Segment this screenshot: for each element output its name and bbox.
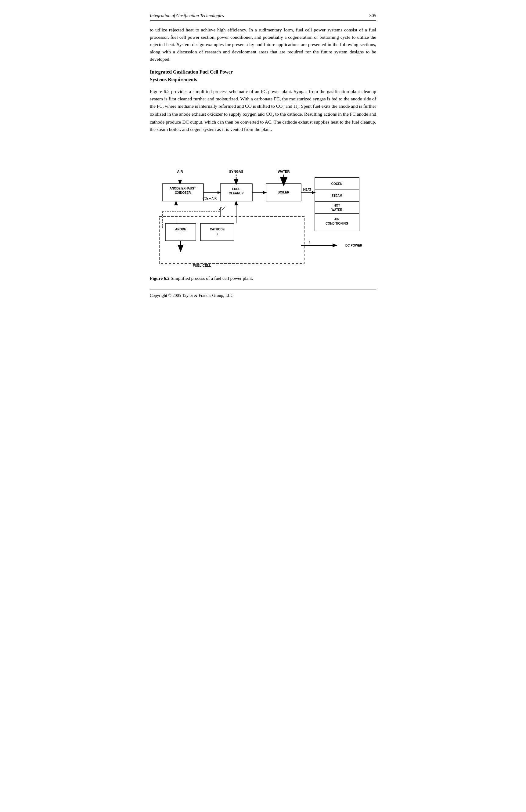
cathode-plus: + bbox=[216, 232, 218, 236]
steam-label: STEAM bbox=[332, 194, 342, 198]
footer: Copyright © 2005 Taylor & Francis Group,… bbox=[150, 290, 376, 299]
paragraph-2: Figure 6.2 provides a simplified process… bbox=[150, 88, 376, 133]
diagram-svg: AIR SYNGAS WATER ANODE EXHAUST OXIDOZER … bbox=[153, 142, 373, 270]
co2-label: CO₂ + AIR bbox=[203, 197, 217, 200]
zigzag-symbol: ⌇ bbox=[309, 240, 311, 245]
anode-label: ANODE bbox=[175, 228, 186, 231]
anode-exhaust-label2: OXIDOZER bbox=[175, 191, 191, 194]
air-conditioning-label2: CONDITIONING bbox=[325, 222, 348, 225]
header-title: Integration of Gasification Technologies bbox=[150, 12, 224, 19]
hot-water-label: HOT bbox=[334, 204, 340, 207]
hot-water-label2: WATER bbox=[331, 208, 342, 212]
syngas-label: SYNGAS bbox=[229, 170, 243, 173]
anode-minus: − bbox=[179, 232, 182, 236]
air-label: AIR bbox=[177, 170, 183, 173]
section-heading: Integrated Gasification Fuel Cell Power … bbox=[150, 68, 376, 84]
air-conditioning-label: AIR bbox=[334, 218, 340, 221]
boiler-label: BOILER bbox=[278, 191, 290, 194]
figure-caption: Figure 6.2 Simplified process of a fuel … bbox=[150, 275, 376, 282]
cathode-label: CATHODE bbox=[210, 228, 225, 231]
figure-caption-text: Simplified process of a fuel cell power … bbox=[170, 276, 253, 281]
fuel-cleanup-label: FUEL bbox=[232, 187, 240, 191]
tick2 bbox=[222, 207, 225, 210]
figure-number: Figure 6.2 bbox=[150, 276, 170, 281]
cogen-label: COGEN bbox=[331, 182, 342, 186]
paragraph-1: to utilize rejected heat to achieve high… bbox=[150, 26, 376, 63]
fuel-cell-label: FUEL CELL bbox=[193, 264, 211, 267]
dc-power-label: DC POWER bbox=[345, 244, 363, 247]
page-header: Integration of Gasification Technologies… bbox=[150, 12, 376, 21]
fuel-cleanup-label2: CLEANUP bbox=[229, 192, 244, 195]
heat-label: HEAT bbox=[303, 188, 311, 191]
water-label: WATER bbox=[278, 170, 290, 173]
diagram: AIR SYNGAS WATER ANODE EXHAUST OXIDOZER … bbox=[153, 142, 373, 272]
page-number: 305 bbox=[369, 12, 377, 19]
hot-water-box bbox=[315, 201, 359, 214]
figure-area: AIR SYNGAS WATER ANODE EXHAUST OXIDOZER … bbox=[150, 142, 376, 282]
anode-exhaust-label: ANODE EXHAUST bbox=[170, 187, 196, 190]
footer-text: Copyright © 2005 Taylor & Francis Group,… bbox=[150, 293, 233, 298]
